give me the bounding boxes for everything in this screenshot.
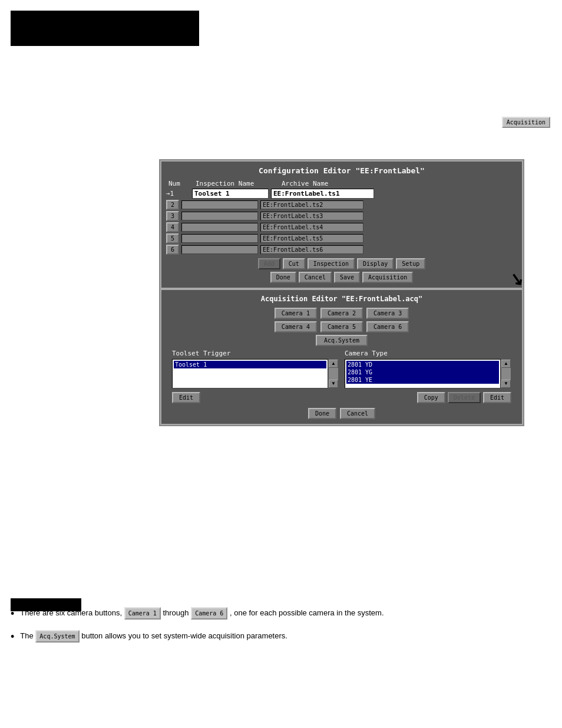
row-2-archive-input[interactable]	[260, 200, 363, 209]
acq-editor-panel: Acquisition Editor "EE:FrontLabel.acq" C…	[160, 289, 523, 425]
row-1-inspection-input[interactable]	[192, 189, 269, 199]
config-editor-panel: Configuration Editor "EE:FrontLabel" Num…	[160, 160, 523, 289]
camera-type-list[interactable]: 2801 YD 2801 YG 2801 YE	[345, 359, 501, 388]
row-5-inspection-input[interactable]	[181, 234, 258, 243]
camera-type-label: Camera Type	[345, 350, 511, 357]
config-btn-row-1: Add Cut Inspection Display Setup	[166, 258, 517, 269]
camera-type-item-2[interactable]: 2801 YG	[346, 368, 499, 376]
row-4-btn[interactable]: 4	[166, 222, 179, 232]
add-button: Add	[258, 258, 280, 269]
camera-edit-button[interactable]: Edit	[483, 392, 511, 403]
row-2-inspection-input[interactable]	[181, 200, 258, 209]
toolset-trigger-label: Toolset Trigger	[172, 350, 339, 357]
row-4-inspection-input[interactable]	[181, 223, 258, 232]
acq-columns: Toolset Trigger Toolset 1 ▲ ▼ Camera Typ…	[166, 350, 517, 388]
toolset-trigger-col: Toolset Trigger Toolset 1 ▲ ▼	[172, 350, 339, 388]
camera-5-button[interactable]: Camera 5	[320, 321, 363, 332]
toolset-edit-button[interactable]: Edit	[172, 392, 200, 403]
toolset-trigger-scrollbar: ▲ ▼	[328, 359, 339, 388]
bullet-2-suffix: button allows you to set system-wide acq…	[81, 631, 287, 640]
toolset-trigger-list-container: Toolset 1 ▲ ▼	[172, 359, 339, 388]
cut-button[interactable]: Cut	[283, 258, 305, 269]
acq-action-row: Edit Copy Delete Edit	[166, 392, 517, 403]
camera-4-button[interactable]: Camera 4	[275, 321, 317, 332]
camera-1-inline-btn[interactable]: Camera 1	[124, 607, 161, 620]
row-6-archive-input[interactable]	[260, 245, 363, 254]
camera-action-buttons: Copy Delete Edit	[417, 392, 511, 403]
done-button[interactable]: Done	[270, 272, 296, 283]
config-row-5: 5	[166, 233, 517, 243]
cancel-button[interactable]: Cancel	[299, 272, 332, 283]
camera-type-col: Camera Type 2801 YD 2801 YG 2801 YE ▲ ▼	[345, 350, 511, 388]
row-3-inspection-input[interactable]	[181, 212, 258, 220]
camera-6-inline-btn[interactable]: Camera 6	[191, 607, 227, 620]
camera-3-button[interactable]: Camera 3	[366, 308, 409, 319]
col-archive-header: Archive Name	[282, 180, 328, 187]
row-6-btn[interactable]: 6	[166, 245, 179, 255]
bullet-2-dot: •	[11, 630, 14, 644]
row-1-archive-input[interactable]	[271, 189, 374, 199]
config-row-4: 4	[166, 222, 517, 232]
camera-type-item-3[interactable]: 2801 YE	[346, 376, 499, 384]
bullet-1-main: There are six camera buttons,	[20, 608, 122, 617]
camera-btn-row-2: Camera 4 Camera 5 Camera 6	[166, 321, 517, 332]
config-row-2: 2	[166, 200, 517, 210]
bullet-1-text: There are six camera buttons, Camera 1 t…	[20, 607, 551, 620]
acquisition-button-config[interactable]: Acquisition	[362, 272, 413, 283]
setup-button[interactable]: Setup	[396, 258, 425, 269]
camera-type-list-container: 2801 YD 2801 YG 2801 YE ▲ ▼	[345, 359, 511, 388]
col-inspection-header: Inspection Name	[196, 180, 278, 187]
row-5-archive-input[interactable]	[260, 234, 363, 243]
save-button[interactable]: Save	[334, 272, 360, 283]
col-num-header: Num	[168, 180, 192, 187]
acquisition-button-top[interactable]: Acquisition	[502, 117, 550, 128]
camera-scroll-up[interactable]: ▲	[501, 360, 511, 368]
config-row-1: →1	[166, 189, 517, 199]
acq-done-button[interactable]: Done	[308, 408, 336, 419]
camera-2-button[interactable]: Camera 2	[320, 308, 363, 319]
acq-editor-title: Acquisition Editor "EE:FrontLabel.acq"	[166, 295, 517, 303]
ui-container: Configuration Editor "EE:FrontLabel" Num…	[159, 159, 524, 426]
acq-done-row: Done Cancel	[166, 408, 517, 419]
acq-system-inline-btn[interactable]: Acq.System	[35, 630, 79, 643]
acq-system-button[interactable]: Acq.System	[316, 335, 368, 346]
bottom-content: • There are six camera buttons, Camera 1…	[11, 566, 551, 654]
row-6-inspection-input[interactable]	[181, 245, 258, 254]
row-2-btn[interactable]: 2	[166, 200, 179, 210]
toolset-scroll-down[interactable]: ▼	[329, 380, 338, 388]
copy-button[interactable]: Copy	[417, 392, 445, 403]
inspection-button[interactable]: Inspection	[308, 258, 355, 269]
config-row-3: 3	[166, 211, 517, 221]
toolset-trigger-item-1[interactable]: Toolset 1	[174, 361, 326, 368]
bullet-2-main: The	[20, 631, 33, 640]
toolset-trigger-list[interactable]: Toolset 1	[172, 359, 328, 388]
acq-system-row: Acq.System	[166, 335, 517, 346]
config-editor-title: Configuration Editor "EE:FrontLabel"	[166, 166, 517, 175]
camera-type-item-1[interactable]: 2801 YD	[346, 361, 499, 368]
delete-button: Delete	[448, 392, 481, 403]
camera-scroll-down[interactable]: ▼	[501, 380, 511, 388]
header-bar	[11, 11, 199, 46]
bullet-item-1: • There are six camera buttons, Camera 1…	[11, 607, 551, 621]
acq-cancel-button[interactable]: Cancel	[340, 408, 375, 419]
bullet-item-2: • The Acq.System button allows you to se…	[11, 630, 551, 644]
row-5-btn[interactable]: 5	[166, 233, 179, 243]
row-3-btn[interactable]: 3	[166, 211, 179, 221]
row-3-archive-input[interactable]	[260, 212, 363, 220]
row-4-archive-input[interactable]	[260, 223, 363, 232]
bullet-1-through: through	[163, 608, 189, 617]
bullet-1-suffix: , one for each possible camera in the sy…	[230, 608, 384, 617]
toolset-trigger-item-empty	[174, 368, 326, 370]
camera-1-button[interactable]: Camera 1	[275, 308, 317, 319]
toolset-scroll-up[interactable]: ▲	[329, 360, 338, 368]
camera-type-scrollbar: ▲ ▼	[501, 359, 511, 388]
bullet-2-text: The Acq.System button allows you to set …	[20, 630, 551, 643]
arrow-decoration: ↘	[508, 270, 525, 289]
bullet-1-dot: •	[11, 607, 14, 621]
camera-btn-row-1: Camera 1 Camera 2 Camera 3	[166, 308, 517, 319]
config-row-6: 6	[166, 245, 517, 255]
camera-6-button[interactable]: Camera 6	[366, 321, 409, 332]
row-1-num: →1	[166, 190, 190, 197]
display-button[interactable]: Display	[357, 258, 394, 269]
config-btn-row-2: Done Cancel Save Acquisition ↘	[166, 272, 517, 283]
